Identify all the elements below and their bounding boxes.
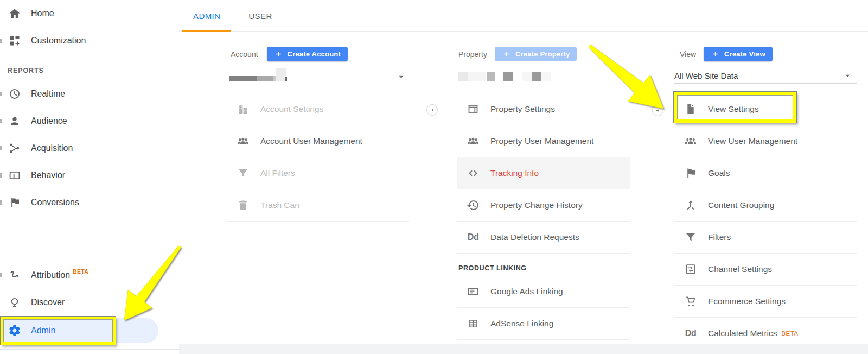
menu-item-account-user-management[interactable]: Account User Management (227, 125, 409, 157)
menu-item-label: View Settings (708, 104, 759, 114)
redacted-property-name (487, 72, 495, 81)
sidebar-item-label: Behavior (31, 170, 65, 180)
attribution-icon (8, 269, 21, 282)
sidebar-item-label: Conversions (31, 198, 79, 207)
menu-item-property-change-history[interactable]: Property Change History (457, 189, 630, 222)
menu-item-view-user-management[interactable]: View User Management (674, 125, 857, 157)
menu-item-trash-can: Trash Can (227, 189, 409, 222)
create-view-button[interactable]: Create View (704, 47, 773, 61)
sidebar-item-label: Discover (31, 298, 65, 307)
sidebar-item-label: Admin (31, 326, 55, 336)
admin-tabbar: ADMIN USER (179, 0, 868, 32)
sidebar-item-label: Realtime (31, 89, 65, 99)
merge-icon (684, 199, 697, 212)
sidebar-item-conversions[interactable]: Conversions (0, 189, 179, 216)
menu-item-filters[interactable]: Filters (674, 222, 857, 254)
caret-down-icon (617, 72, 627, 82)
sidebar-item-acquisition[interactable]: Acquisition (0, 135, 179, 162)
menu-item-label: AdSense Linking (490, 319, 553, 328)
sidebar: HomeCustomizationREPORTSRealtimeAudience… (0, 0, 179, 354)
tab-admin-label: ADMIN (193, 11, 220, 21)
people-icon (237, 135, 250, 148)
realtime-icon (8, 87, 21, 100)
home-icon (8, 7, 21, 20)
beta-badge: BETA (782, 330, 799, 337)
ga-admin-page: HomeCustomizationREPORTSRealtimeAudience… (0, 0, 868, 354)
redacted-account-name (285, 77, 287, 81)
sidebar-item-customization[interactable]: Customization (0, 27, 179, 54)
sidebar-item-label: Home (31, 9, 54, 18)
sidebar-item-admin[interactable]: Admin (0, 318, 158, 343)
menu-item-label: Property User Management (490, 136, 593, 146)
menu-item-tracking-info[interactable]: Tracking Info (457, 157, 630, 189)
tab-admin[interactable]: ADMIN (179, 0, 234, 31)
menu-item-property-settings[interactable]: Property Settings (457, 93, 630, 125)
people-icon (467, 135, 480, 148)
property-column-label: Property (458, 50, 487, 59)
channel-icon (684, 263, 697, 276)
sidebar-section-label: REPORTS (0, 54, 179, 80)
menu-item-label: Goals (708, 168, 730, 178)
view-selector[interactable]: All Web Site Data (674, 71, 857, 84)
sidebar-item-discover[interactable]: Discover (0, 289, 179, 316)
menu-item-ecommerce-settings[interactable]: Ecommerce Settings (674, 286, 857, 318)
account-column-label: Account (231, 50, 258, 59)
conversions-icon (8, 196, 21, 209)
menu-item-property-user-management[interactable]: Property User Management (457, 125, 630, 157)
product-linking-label: PRODUCT LINKING (458, 264, 527, 272)
collapse-property-column-toggle[interactable] (652, 105, 663, 116)
create-property-label: Create Property (515, 50, 570, 58)
sidebar-item-realtime[interactable]: Realtime (0, 80, 179, 108)
product-linking-section-header: PRODUCT LINKING (457, 254, 630, 276)
view-column: View Create View All Web Site Data View … (674, 46, 857, 62)
menu-item-google-ads-linking[interactable]: Google Ads Linking (457, 276, 630, 308)
menu-item-label: Ecommerce Settings (708, 296, 786, 306)
create-account-button[interactable]: Create Account (267, 47, 348, 61)
sidebar-item-label: Audience (31, 116, 67, 126)
account-column: Account Create Account Account SettingsA… (227, 46, 409, 62)
create-view-label: Create View (724, 50, 765, 58)
menu-item-view-settings[interactable]: View Settings (674, 93, 857, 125)
discover-icon (8, 296, 21, 309)
menu-item-label: Account Settings (260, 104, 323, 114)
menu-item-all-filters: All Filters (227, 157, 409, 189)
plus-icon (274, 49, 283, 59)
menu-item-content-grouping[interactable]: Content Grouping (674, 189, 857, 222)
dd-icon: Dd (684, 328, 697, 338)
menu-item-label: Data Deletion Requests (490, 232, 579, 242)
tab-user[interactable]: USER (234, 0, 286, 31)
menu-item-label: View User Management (708, 136, 797, 146)
menu-item-adsense-linking[interactable]: AdSense Linking (457, 308, 630, 340)
history-icon (467, 199, 480, 212)
redacted-property-name (468, 72, 486, 81)
sidebar-spacer (0, 216, 179, 262)
table-icon (467, 317, 480, 330)
beta-badge: BETA (73, 268, 88, 275)
sidebar-item-attribution[interactable]: AttributionBETA (0, 262, 179, 289)
sidebar-item-behavior[interactable]: Behavior (0, 162, 179, 189)
property-menu: Property SettingsProperty User Managemen… (457, 93, 630, 340)
menu-item-label: Tracking Info (490, 168, 539, 178)
redacted-property-name (541, 72, 551, 81)
code-icon (467, 167, 480, 180)
view-column-header: View Create View (674, 46, 857, 62)
menu-item-goals[interactable]: Goals (674, 157, 857, 189)
account-selector[interactable] (227, 67, 409, 84)
redacted-account-name (257, 76, 273, 81)
customization-icon (8, 34, 21, 47)
sidebar-item-label: Acquisition (31, 143, 73, 153)
trash-icon (237, 199, 250, 212)
arrow-right-icon (429, 106, 436, 113)
menu-item-channel-settings[interactable]: Channel Settings (674, 254, 857, 286)
property-selector[interactable] (457, 67, 630, 84)
menu-item-label: Google Ads Linking (490, 287, 563, 296)
menu-item-label: Trash Can (260, 200, 299, 210)
menu-item-label: Property Change History (490, 200, 583, 210)
sidebar-item-audience[interactable]: Audience (0, 108, 179, 135)
view-menu: View SettingsView User ManagementGoalsCo… (674, 93, 857, 350)
sidebar-item-home[interactable]: Home (0, 0, 179, 27)
menu-item-account-settings: Account Settings (227, 93, 409, 125)
account-column-header: Account Create Account (227, 46, 409, 62)
menu-item-data-deletion-requests[interactable]: DdData Deletion Requests (457, 222, 630, 254)
collapse-account-column-toggle[interactable] (426, 104, 438, 116)
